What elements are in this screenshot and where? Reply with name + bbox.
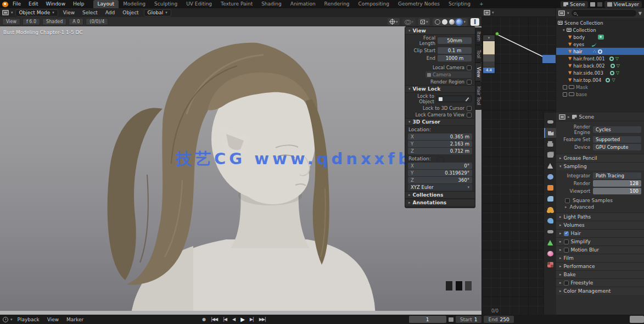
tool-button-fstop[interactable]: f 6.0: [23, 18, 40, 25]
tool-button-shaded[interactable]: Shaded: [42, 18, 66, 25]
section-sampling[interactable]: ▾Sampling: [556, 162, 644, 170]
render-engine-dropdown[interactable]: Cycles: [593, 126, 641, 133]
local-camera-checkbox[interactable]: [467, 65, 472, 70]
tab-animation[interactable]: Animation: [286, 0, 320, 8]
render-samples-slider[interactable]: 128: [593, 180, 641, 187]
tab-constraint-properties[interactable]: [544, 227, 556, 237]
outliner-row-hair-side[interactable]: ▼ hair.side.003 ▽: [556, 69, 644, 76]
play-button[interactable]: ▶: [239, 316, 246, 322]
tab-object-properties[interactable]: [544, 183, 556, 193]
device-dropdown[interactable]: GPU Compute: [593, 144, 641, 150]
jump-to-end-button[interactable]: ▶▶|: [257, 317, 267, 322]
keyframe-icon[interactable]: [449, 317, 453, 322]
tab-modifier-properties[interactable]: [544, 194, 556, 204]
menu-marker[interactable]: Marker: [64, 317, 86, 322]
delete-scene-icon[interactable]: [597, 2, 602, 7]
tool-button-a0[interactable]: A 0: [69, 18, 83, 25]
eyedropper-icon[interactable]: [465, 97, 469, 102]
menu-file[interactable]: File: [9, 0, 24, 8]
clip-start-field[interactable]: 0.1 m: [438, 47, 472, 54]
section-motion-blur[interactable]: ▸ Motion Blur: [556, 245, 644, 254]
tab-scripting[interactable]: Scripting: [444, 0, 475, 8]
editor-type-icon[interactable]: [559, 114, 565, 120]
feature-set-dropdown[interactable]: Supported: [593, 136, 641, 143]
tab-particle-properties[interactable]: [544, 205, 556, 215]
gizmos-dropdown[interactable]: ▾: [388, 18, 400, 25]
hidden-object-icon[interactable]: [563, 85, 567, 90]
simplify-checkbox[interactable]: [564, 239, 569, 244]
outliner-search-input[interactable]: [572, 10, 636, 16]
cursor-rotation-y[interactable]: Y 0.319629°: [408, 170, 472, 176]
tab-modeling[interactable]: Modeling: [119, 0, 150, 8]
clip-end-field[interactable]: 1000 m: [438, 55, 472, 62]
tab-view[interactable]: View: [475, 63, 482, 81]
tab-tool[interactable]: Tool: [475, 45, 482, 63]
outliner-row-hair-front[interactable]: ▼ hair.front.001 ▽: [556, 55, 644, 62]
tab-texture-properties[interactable]: [544, 260, 556, 270]
timeline-editor-icon[interactable]: [3, 317, 8, 322]
outliner-row-hair-back[interactable]: ▼ hair.back.002 ▽: [556, 62, 644, 69]
tool-button-counts[interactable]: (0/0)/4: [86, 18, 108, 25]
jump-to-start-button[interactable]: |◀◀: [209, 317, 219, 322]
outliner-row-scene-collection[interactable]: Scene Collection: [556, 19, 644, 26]
current-frame-field[interactable]: 1: [409, 316, 446, 323]
menu-view[interactable]: View: [44, 317, 61, 322]
wireframe-shading-icon[interactable]: [435, 19, 440, 25]
xray-toggle[interactable]: ▾: [418, 18, 430, 25]
auto-key-button[interactable]: ●: [200, 317, 207, 322]
lock-cursor-checkbox[interactable]: [467, 106, 472, 111]
lock-object-field[interactable]: [436, 96, 472, 102]
section-grease-pencil[interactable]: ▸Grease Pencil: [556, 154, 644, 162]
linked-node-header[interactable]: [542, 55, 556, 63]
tab-item[interactable]: Item: [475, 27, 482, 45]
panel-view-lock-header[interactable]: ▾ View Lock: [405, 85, 475, 93]
expand-caret-icon[interactable]: ▾: [563, 28, 565, 32]
viewport-samples-slider[interactable]: 100: [593, 188, 641, 194]
previous-keyframe-button[interactable]: |◀: [221, 317, 228, 322]
lock-camera-checkbox[interactable]: [467, 113, 472, 118]
section-light-paths[interactable]: ▸Light Paths: [556, 213, 644, 221]
outliner-row-collection[interactable]: ▾ Collection: [556, 26, 644, 33]
cursor-rotation-x[interactable]: X 0°: [408, 163, 472, 169]
tab-texture-paint[interactable]: Texture Paint: [216, 0, 257, 8]
outliner-row-hair-selected[interactable]: ▼ hair ∴: [556, 48, 644, 55]
node-secondary-swatch[interactable]: [483, 54, 495, 62]
panel-3d-cursor-header[interactable]: ▾ 3D Cursor: [405, 118, 475, 126]
timeline-scrub-strip[interactable]: [0, 311, 481, 315]
cursor-location-x[interactable]: X 0.365 m: [408, 133, 472, 140]
new-scene-icon[interactable]: [590, 2, 595, 7]
section-freestyle[interactable]: ▸ Freestyle: [556, 278, 644, 287]
outliner-row-body[interactable]: ▼ body: [556, 33, 644, 41]
blender-logo-icon[interactable]: [2, 2, 8, 7]
next-keyframe-button[interactable]: ▶|: [248, 317, 255, 322]
menu-help[interactable]: Help: [70, 0, 88, 8]
tab-tool-properties[interactable]: [544, 117, 556, 127]
tab-shading[interactable]: Shading: [257, 0, 286, 8]
focal-length-field[interactable]: 50mm: [438, 37, 472, 44]
section-performance[interactable]: ▸Performance: [556, 262, 644, 270]
scene-selector[interactable]: Scene: [561, 1, 587, 8]
euler-dropdown[interactable]: XYZ Euler ▾: [408, 184, 472, 191]
solid-shading-icon[interactable]: [442, 19, 447, 25]
viewlayer-selector[interactable]: ViewLayer: [604, 1, 642, 8]
node-collapse-row[interactable]: ▾: [483, 35, 495, 41]
section-simplify[interactable]: ▸ Simplify: [556, 237, 644, 245]
orientation-dropdown[interactable]: Global ▾: [144, 9, 171, 16]
menu-view[interactable]: View: [60, 10, 77, 15]
menu-select[interactable]: Select: [80, 10, 100, 15]
outliner-row-hair-top[interactable]: ▼ hair.top.004 ▽: [556, 76, 644, 83]
square-samples-checkbox[interactable]: [565, 198, 570, 203]
region-toggle-icon[interactable]: ‖: [471, 18, 479, 26]
panel-collections-header[interactable]: ▸ Collections: [405, 191, 475, 199]
tab-uv-editing[interactable]: UV Editing: [182, 0, 216, 8]
tab-compositing[interactable]: Compositing: [354, 0, 394, 8]
menu-object[interactable]: Object: [120, 10, 141, 15]
mode-dropdown[interactable]: Object Mode ▾: [15, 9, 58, 16]
hidden-object-icon[interactable]: [563, 92, 567, 97]
frame-end-field[interactable]: End 250: [484, 316, 513, 323]
tab-add-workspace[interactable]: +: [475, 0, 488, 8]
section-bake[interactable]: ▸Bake: [556, 270, 644, 278]
tab-world-properties[interactable]: [544, 172, 556, 182]
node-row[interactable]: [483, 62, 495, 68]
camera-object-field[interactable]: Camera: [425, 71, 472, 78]
